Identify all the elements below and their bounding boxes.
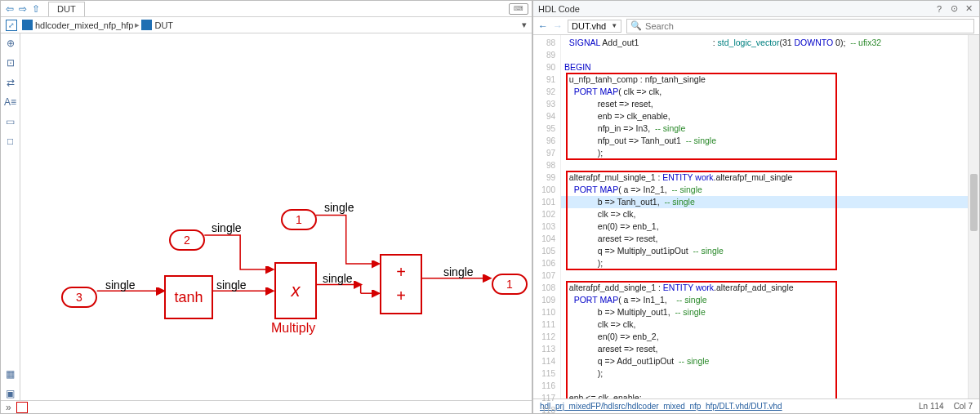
simulink-statusbar: »	[1, 400, 532, 413]
camera-icon[interactable]: ▦	[4, 367, 17, 381]
signal-type-out: single	[443, 265, 474, 278]
file-name: DUT.vhd	[572, 21, 606, 31]
nav-back-icon[interactable]: ⇦	[4, 3, 16, 15]
signal-wires	[20, 33, 532, 400]
tanh-block[interactable]: tanh	[164, 275, 213, 319]
nav-up-icon[interactable]: ⇧	[30, 3, 42, 15]
gear-icon[interactable]: ⊙	[948, 3, 960, 15]
tool-palette: ⊕ ⊡ ⇄ A≡ ▭ □ ▦ ▣	[1, 33, 20, 400]
inport-1[interactable]: 1	[281, 209, 317, 230]
inport-3[interactable]: 3	[61, 287, 97, 308]
signal-type-in2: single	[212, 221, 242, 234]
expand-icon[interactable]: »	[6, 402, 11, 413]
hdl-title-text: HDL Code	[538, 4, 580, 14]
search-field[interactable]: 🔍	[626, 19, 974, 33]
subsystem-icon	[141, 20, 152, 30]
line-number-gutter: 8889909192939495969798991001011021031041…	[533, 35, 561, 398]
scroll-thumb[interactable]	[970, 174, 978, 231]
model-tabbar: ⇦ ⇨ ⇧ DUT ⌨	[1, 1, 532, 17]
search-icon: 🔍	[630, 20, 642, 31]
zoom-select-icon[interactable]: ⊡	[4, 56, 17, 69]
caret-down-icon: ▼	[611, 22, 617, 29]
breadcrumb-label-1: DUT	[154, 20, 173, 30]
signal-type-in3: single	[105, 278, 136, 292]
annotation-icon[interactable]: A≡	[4, 96, 17, 109]
breadcrumb: hdlcoder_mixed_nfp_hfp ▸ DUT	[22, 20, 173, 30]
caret-line: Ln 114	[919, 402, 944, 411]
hdl-toolbar: ← → DUT.vhd ▼ 🔍	[533, 17, 979, 35]
signal-type-in1: single	[324, 201, 354, 214]
outport-1[interactable]: 1	[492, 274, 528, 295]
mini-overview-icon[interactable]	[16, 402, 28, 413]
inport-2[interactable]: 2	[169, 229, 205, 251]
status-path[interactable]: hdl_prj_mixedFP/hdlsrc/hdlcoder_mixed_nf…	[540, 402, 909, 411]
model-canvas[interactable]: 3 2 1 1 tanh x Multiply + + single singl…	[20, 33, 532, 400]
model-tab[interactable]: DUT	[48, 2, 85, 16]
breadcrumb-sep-icon: ▸	[135, 20, 140, 30]
hdl-statusbar: hdl_prj_mixedFP/hdlsrc/hdlcoder_mixed_nf…	[533, 398, 979, 413]
hdl-title-bar: HDL Code ? ⊙ ✕	[533, 1, 979, 17]
code-forward-icon[interactable]: →	[553, 20, 563, 32]
swap-icon[interactable]: ⇄	[4, 76, 17, 89]
image-icon[interactable]: ▭	[4, 115, 17, 128]
signal-type-tanh: single	[216, 278, 247, 292]
model-icon	[22, 20, 33, 30]
breadcrumb-leaf[interactable]: DUT	[141, 20, 173, 30]
signal-type-mul: single	[323, 272, 353, 285]
search-input[interactable]	[645, 21, 970, 31]
blank-icon[interactable]: □	[4, 135, 17, 148]
file-dropdown[interactable]: DUT.vhd ▼	[568, 20, 621, 33]
fit-to-view-button[interactable]: ⤢	[6, 20, 17, 31]
multiply-block[interactable]: x	[274, 262, 317, 319]
close-icon[interactable]: ✕	[963, 3, 974, 15]
hdl-code-pane: HDL Code ? ⊙ ✕ ← → DUT.vhd ▼ 🔍 888990919…	[532, 0, 980, 414]
vertical-scrollbar[interactable]	[968, 35, 979, 398]
add-block[interactable]: + +	[380, 254, 422, 314]
code-back-icon[interactable]: ←	[538, 20, 548, 32]
code-view[interactable]: SIGNAL Add_out1 : std_logic_vector(31 DO…	[561, 35, 968, 398]
record-icon[interactable]: ▣	[4, 387, 17, 400]
keyboard-icon[interactable]: ⌨	[509, 3, 528, 15]
multiply-label: Multiply	[271, 321, 315, 336]
breadcrumb-label-0: hdlcoder_mixed_nfp_hfp	[35, 20, 133, 30]
nav-forward-icon[interactable]: ⇨	[17, 3, 29, 15]
simulink-pane: ⇦ ⇨ ⇧ DUT ⌨ ⤢ hdlcoder_mixed_nfp_hfp ▸ D…	[0, 0, 532, 414]
breadcrumb-root[interactable]: hdlcoder_mixed_nfp_hfp	[22, 20, 133, 30]
breadcrumb-bar: ⤢ hdlcoder_mixed_nfp_hfp ▸ DUT ▾	[1, 17, 532, 33]
zoom-in-icon[interactable]: ⊕	[4, 37, 17, 50]
breadcrumb-dropdown-icon[interactable]: ▾	[522, 20, 527, 30]
help-icon[interactable]: ?	[933, 3, 945, 15]
caret-col: Col 7	[954, 402, 973, 411]
